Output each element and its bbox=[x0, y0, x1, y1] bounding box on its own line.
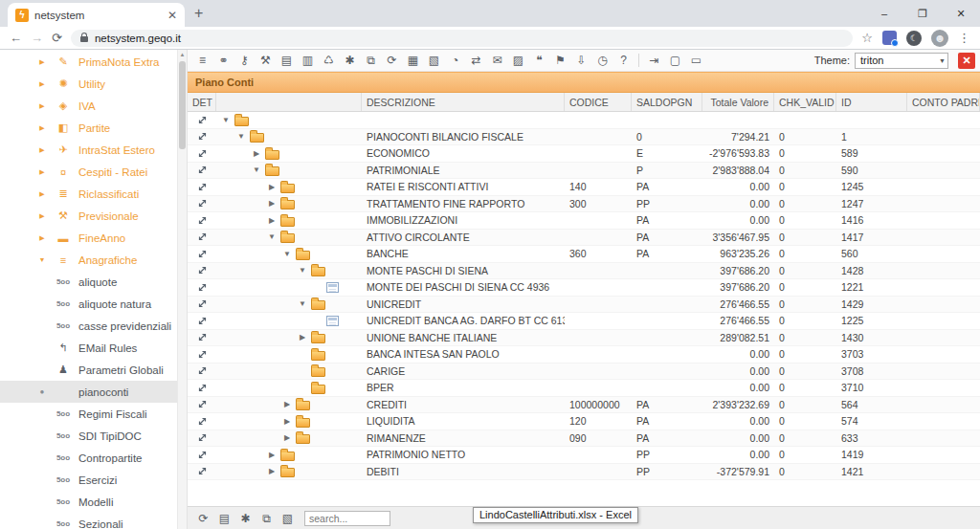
url-field[interactable]: netsystem.geqo.it bbox=[71, 30, 853, 47]
grid-row[interactable]: ▶DEBITIPP-372'579.9101421 bbox=[188, 464, 980, 481]
grid-row[interactable]: ▶ECONOMICOE-2'976'593.830589 bbox=[188, 145, 980, 163]
new-record-icon[interactable]: ✱ bbox=[340, 52, 360, 70]
sidebar-item-regimi-fiscali[interactable]: 5ooRegimi Fiscali bbox=[0, 403, 187, 425]
flag-icon[interactable]: ⚑ bbox=[550, 52, 570, 70]
new-record-icon[interactable]: ✱ bbox=[236, 510, 255, 527]
share-icon[interactable]: ⚭ bbox=[213, 52, 234, 70]
detail-expand-icon[interactable] bbox=[188, 450, 216, 460]
column-header-det[interactable]: DET bbox=[188, 93, 216, 111]
excel-export-icon[interactable]: ▧ bbox=[278, 510, 297, 527]
sidebar-item-utility[interactable]: ▶✺Utility bbox=[0, 73, 187, 95]
grid-row[interactable]: ▶RATEI E RISCONTI ATTIVI140PA0.0001245 bbox=[188, 179, 980, 196]
grid-row[interactable]: ▼PIANOCONTI BILANCIO FISCALE07'294.2101 bbox=[188, 129, 980, 146]
logout-icon[interactable]: ⇥ bbox=[644, 52, 664, 70]
copy-icon[interactable]: ⧉ bbox=[361, 52, 381, 70]
detail-expand-icon[interactable] bbox=[188, 349, 216, 360]
grid-row[interactable]: BANCA INTESA SAN PAOLO0.0003703 bbox=[188, 346, 980, 364]
grid-row[interactable]: ▼UNICREDIT276'466.5501429 bbox=[188, 297, 980, 314]
detail-expand-icon[interactable] bbox=[188, 432, 216, 443]
clock-icon[interactable]: ◷ bbox=[592, 52, 612, 70]
close-panel-button[interactable]: ✕ bbox=[958, 53, 975, 69]
sidebar-item-esercizi[interactable]: 5ooEsercizi bbox=[0, 469, 187, 491]
grid-row[interactable]: ▶IMMOBILIZZAZIONIPA0.0001416 bbox=[188, 212, 980, 230]
key-icon[interactable]: ⚷ bbox=[234, 52, 255, 70]
tab-close-icon[interactable]: ✕ bbox=[167, 9, 177, 22]
column-header-tree[interactable] bbox=[216, 93, 362, 111]
grid-row[interactable]: ▶TRATTAMENTO FINE RAPPORTO300PP0.0001247 bbox=[188, 196, 980, 213]
expand-arrow-icon[interactable]: ▶ bbox=[281, 400, 293, 408]
grid-row[interactable]: ▶PATRIMONIO NETTOPP0.0001419 bbox=[188, 447, 980, 464]
search-input[interactable] bbox=[304, 511, 390, 526]
detail-expand-icon[interactable] bbox=[188, 231, 216, 242]
expand-arrow-icon[interactable]: ▶ bbox=[297, 333, 308, 342]
sidebar-item-iva[interactable]: ▶◈IVA bbox=[0, 95, 187, 117]
detail-expand-icon[interactable] bbox=[188, 282, 216, 293]
column-header-conto-padre[interactable]: CONTO PADRE bbox=[907, 93, 980, 111]
sidebar-scrollbar[interactable]: ▲ bbox=[177, 50, 187, 529]
collapse-arrow-icon[interactable]: ▼ bbox=[297, 266, 308, 275]
forward-icon[interactable]: → bbox=[31, 31, 43, 45]
grid-row[interactable]: MONTE DEI PASCHI DI SIENA CC 4936397'686… bbox=[188, 279, 980, 297]
sidebar-item-previsionale[interactable]: ▶⚒Previsionale bbox=[0, 205, 187, 227]
detail-expand-icon[interactable] bbox=[188, 148, 216, 159]
detail-expand-icon[interactable] bbox=[188, 332, 216, 342]
detail-expand-icon[interactable] bbox=[188, 265, 216, 276]
comment-icon[interactable]: ❝ bbox=[529, 52, 549, 70]
reload-icon[interactable]: ⟳ bbox=[52, 31, 62, 45]
detail-expand-icon[interactable] bbox=[188, 165, 216, 175]
detail-expand-icon[interactable] bbox=[188, 416, 216, 427]
column-header-chk-valid[interactable]: CHK_VALID bbox=[774, 93, 836, 111]
detail-expand-icon[interactable] bbox=[188, 215, 216, 226]
sidebar-item-pianoconti[interactable]: ●pianoconti bbox=[0, 381, 187, 403]
sidebar-item-aliquote-natura[interactable]: 5ooaliquote natura bbox=[0, 293, 187, 315]
expand-arrow-icon[interactable]: ▶ bbox=[266, 467, 278, 475]
sidebar-item-aliquote[interactable]: 5ooaliquote bbox=[0, 271, 187, 293]
detail-expand-icon[interactable] bbox=[188, 131, 216, 142]
grid-row[interactable]: ▶UNIONE BANCHE ITALIANE289'082.5101430 bbox=[188, 330, 980, 347]
collapse-arrow-icon[interactable]: ▼ bbox=[235, 132, 247, 141]
collapse-arrow-icon[interactable]: ▼ bbox=[281, 250, 293, 258]
grid-row[interactable]: ▼MONTE PASCHI DI SIENA397'686.2001428 bbox=[188, 263, 980, 280]
column-header-descrizione[interactable]: DESCRIZIONE bbox=[362, 93, 565, 111]
monitor-icon[interactable]: ▢ bbox=[665, 52, 685, 70]
sidebar-item-sezionali[interactable]: 5ooSezionali bbox=[0, 513, 187, 529]
detail-expand-icon[interactable] bbox=[188, 298, 216, 309]
refresh-icon[interactable]: ⟳ bbox=[194, 510, 212, 527]
column-header-id[interactable]: ID bbox=[836, 93, 907, 111]
transfer-icon[interactable]: ⇄ bbox=[466, 52, 486, 70]
column-header-totale-valore[interactable]: Totale Valore bbox=[702, 93, 774, 111]
expand-arrow-icon[interactable]: ▶ bbox=[266, 183, 278, 191]
expand-arrow-icon[interactable]: ▶ bbox=[281, 417, 293, 426]
sidebar-item-modelli[interactable]: 5ooModelli bbox=[0, 491, 187, 513]
collapse-arrow-icon[interactable]: ▼ bbox=[297, 299, 308, 308]
grid-row[interactable]: ▼ bbox=[188, 112, 980, 129]
detail-expand-icon[interactable] bbox=[188, 466, 216, 476]
download-icon[interactable]: ⇩ bbox=[571, 52, 591, 70]
column-header-saldopgn[interactable]: SALDOPGN bbox=[632, 93, 702, 111]
detail-expand-icon[interactable] bbox=[188, 316, 216, 326]
minimize-button[interactable]: – bbox=[865, 0, 903, 27]
detail-expand-icon[interactable] bbox=[188, 399, 216, 409]
detail-expand-icon[interactable] bbox=[188, 115, 216, 125]
extension-icon[interactable] bbox=[882, 31, 897, 45]
sidebar-item-primanota-extra[interactable]: ▶✎PrimaNota Extra bbox=[0, 51, 187, 73]
pie-chart-icon[interactable]: ◔ bbox=[445, 52, 465, 70]
print-icon[interactable]: ▥ bbox=[298, 52, 318, 70]
collapse-arrow-icon[interactable]: ▼ bbox=[251, 165, 262, 174]
bookmark-star-icon[interactable]: ☆ bbox=[861, 31, 873, 45]
grid-row[interactable]: ▶CREDITI100000000PA2'393'232.690564 bbox=[188, 397, 980, 414]
sidebar-item-partite[interactable]: ▶◧Partite bbox=[0, 117, 187, 139]
refresh-icon[interactable]: ⟳ bbox=[382, 52, 402, 70]
grid-row[interactable]: ▼PATRIMONIALEP2'983'888.040590 bbox=[188, 163, 980, 180]
save-icon[interactable]: ▤ bbox=[215, 510, 234, 527]
scroll-up-arrow-icon[interactable]: ▲ bbox=[178, 50, 187, 60]
column-header-codice[interactable]: CODICE bbox=[565, 93, 632, 111]
sidebar-item-sdi-tipidoc[interactable]: 5ooSDI TipiDOC bbox=[0, 425, 187, 447]
expand-arrow-icon[interactable]: ▶ bbox=[281, 433, 293, 442]
detail-expand-icon[interactable] bbox=[188, 182, 216, 192]
grid-row[interactable]: ▼BANCHE360PA963'235.260560 bbox=[188, 246, 980, 263]
expand-arrow-icon[interactable]: ▶ bbox=[266, 451, 278, 459]
browser-tab[interactable]: ϟ netsystem ✕ bbox=[8, 3, 185, 27]
theme-select[interactable]: triton ▼ bbox=[855, 53, 948, 69]
avatar[interactable]: ☻ bbox=[931, 30, 948, 47]
